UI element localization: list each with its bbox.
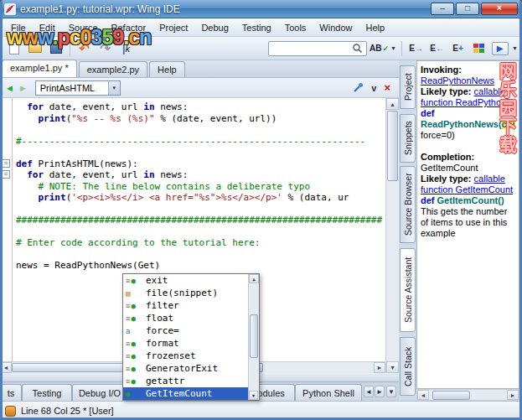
fold-marker[interactable]: = (2, 170, 10, 179)
tab-scroll-right-icon[interactable]: ► (375, 386, 385, 397)
tab-menu-icon[interactable]: ▼ (386, 386, 396, 397)
editor-tab-example1-py[interactable]: example1.py * (2, 60, 77, 77)
scroll-up-icon[interactable]: ▲ (386, 98, 399, 110)
menu-item-help[interactable]: Help (359, 19, 391, 36)
code-line[interactable] (16, 204, 382, 215)
spellcheck-button[interactable]: AB ✓ ▼ (369, 39, 397, 58)
code-line[interactable]: ########################################… (16, 215, 382, 226)
fold-marker[interactable]: = (2, 159, 10, 168)
builtin-icon: ≡● (126, 365, 142, 373)
panel-tab-call-stack[interactable]: Call Stack (400, 337, 416, 396)
new-file-button[interactable] (4, 39, 23, 58)
assistant-link[interactable]: ReadPythonNews (421, 75, 494, 86)
code-line[interactable] (16, 226, 382, 238)
scroll-left-icon[interactable]: ◄ (0, 362, 12, 373)
code-line[interactable] (16, 249, 382, 261)
scroll-right-icon[interactable]: ► (374, 362, 385, 373)
code-line[interactable]: news = ReadPythonNews(Get) (16, 260, 382, 272)
menu-item-edit[interactable]: Edit (33, 19, 62, 36)
symbol-dropdown[interactable]: PrintAsHTML ▼ (35, 80, 121, 96)
panel-tab-source-assistant[interactable]: Source Assistant (400, 248, 416, 332)
completion-item-file-snippet[interactable]: ▤file(snippet) (123, 287, 249, 299)
code-line[interactable]: for date, event, url in news: (16, 169, 382, 181)
assistant-link[interactable]: function ReadPythonNews (421, 97, 515, 107)
e-plus-button[interactable]: E+ (448, 39, 468, 58)
completion-item-exit[interactable]: ≡●exit (123, 274, 249, 287)
completion-item-float[interactable]: ≡●float (123, 312, 249, 324)
code-line[interactable]: print("%s -- %s (%s)" % (date, event, ur… (16, 113, 382, 125)
menu-item-source[interactable]: Source (62, 19, 105, 36)
tab-scroll-left-icon[interactable]: ◄ (364, 386, 374, 397)
maximize-button[interactable]: □ (456, 3, 479, 15)
vertical-scroll-thumb[interactable] (387, 111, 398, 181)
popup-scrollbar[interactable]: ▲ ▼ (248, 274, 259, 400)
bottom-tab-ts[interactable]: ts (0, 384, 22, 401)
search-input[interactable] (271, 43, 352, 54)
minimize-button[interactable]: – (431, 3, 454, 15)
undo-button[interactable]: ↶ (75, 39, 94, 58)
panel-horizontal-scrollbar[interactable]: ◄ ► (416, 389, 519, 401)
menu-item-refactor[interactable]: Refactor (105, 19, 153, 36)
menu-item-window[interactable]: Window (313, 19, 359, 36)
panel-scroll-thumb[interactable] (432, 391, 470, 400)
completion-item-frozenset[interactable]: ≡●frozenset (123, 350, 249, 362)
close-editor-button[interactable]: × (384, 81, 390, 94)
menu-item-file[interactable]: File (4, 19, 33, 36)
bottom-tab-debug-i-o[interactable]: Debug I/O (72, 384, 127, 401)
search-field[interactable] (268, 41, 367, 56)
open-file-button[interactable] (25, 39, 44, 58)
completion-item-getattr[interactable]: ≡●getattr (123, 375, 249, 387)
code-line[interactable]: for date, event, url in news: (16, 101, 382, 113)
e-left-button[interactable]: E← (427, 39, 447, 58)
completion-item-format[interactable]: ≡●format (123, 337, 249, 350)
bottom-tab-testing[interactable]: Testing (22, 384, 72, 401)
scroll-down-icon[interactable]: ▼ (249, 391, 258, 400)
debug-run-button[interactable]: ▶ (490, 39, 509, 58)
close-button[interactable]: × (481, 3, 518, 15)
editor-vertical-scrollbar[interactable]: ▲ ▼ (385, 98, 399, 373)
code-line[interactable]: # NOTE: The line below contains a delibe… (16, 181, 382, 193)
pin-icon[interactable] (353, 82, 364, 93)
panel-tab-project[interactable]: Project (400, 65, 416, 109)
code-line[interactable]: def PrintAsHTML(news): (16, 158, 382, 170)
completion-item-getitemcount[interactable]: ●GetItemCount (123, 387, 249, 400)
panel-tab-snippets[interactable]: Snippets (400, 114, 416, 163)
menu-item-tools[interactable]: Tools (278, 19, 313, 36)
menu-item-testing[interactable]: Testing (235, 19, 278, 36)
editor-tab-example2-py[interactable]: example2.py (79, 61, 147, 77)
code-line[interactable]: print('<p><i>%s</i> <a href="%s">%s</a><… (16, 192, 382, 204)
popup-scroll-thumb[interactable] (250, 314, 258, 358)
menu-item-debug[interactable]: Debug (194, 19, 235, 36)
code-line[interactable] (16, 147, 382, 158)
assistant-link[interactable]: callable (474, 86, 505, 96)
right-panel-tab-strip: ProjectSnippetsSource BrowserSource Assi… (399, 60, 416, 401)
run-dropdown-icon[interactable]: ▼ (512, 45, 518, 51)
new-file-icon (9, 42, 19, 54)
completion-item-generatorexit[interactable]: ≡●GeneratorExit (123, 362, 249, 375)
palette-button[interactable] (469, 39, 488, 58)
completion-item-force[interactable]: aforce= (123, 324, 249, 337)
editor-tab-help[interactable]: Help (149, 61, 185, 77)
code-line[interactable]: # Enter code according to the tutorial h… (16, 237, 382, 249)
run-icon: ▶ (497, 44, 504, 53)
scroll-up-icon[interactable]: ▲ (249, 274, 259, 283)
bottom-tab-python-shell[interactable]: Python Shell (295, 384, 362, 401)
status-text: Line 68 Col 25 * [User] (21, 406, 114, 416)
back-arrow-button[interactable]: ◄ (5, 83, 14, 93)
e-right-button[interactable]: E→ (406, 39, 426, 58)
completion-item-filter[interactable]: ≡●filter (123, 299, 249, 312)
assistant-link[interactable]: callable (474, 174, 505, 184)
chevron-icon[interactable]: v (371, 83, 376, 93)
code-line[interactable]: #---------------------------------------… (16, 136, 382, 148)
code-line[interactable] (16, 124, 382, 136)
assistant-link[interactable]: function GetItemCount (421, 184, 513, 194)
redo-button[interactable]: ↷ (96, 39, 115, 58)
scroll-right-icon[interactable]: ► (507, 390, 519, 400)
scroll-left-icon[interactable]: ◄ (417, 390, 429, 400)
save-button[interactable] (46, 39, 65, 58)
scroll-down-icon[interactable]: ▼ (386, 361, 399, 373)
goto-symbol-button[interactable]: |k (116, 39, 136, 58)
panel-tab-source-browser[interactable]: Source Browser (400, 166, 416, 243)
menu-item-project[interactable]: Project (152, 19, 194, 36)
forward-arrow-button[interactable]: ► (18, 83, 28, 93)
